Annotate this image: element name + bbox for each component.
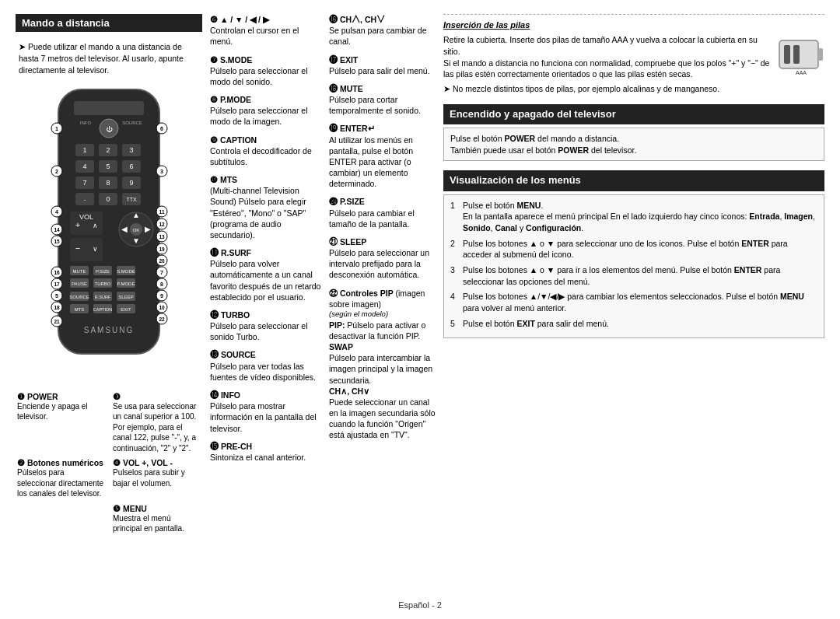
mid-item-8: ❽ P.MODE Púlselo para seleccionar el mod… xyxy=(210,94,323,128)
svg-text:CAPTION: CAPTION xyxy=(93,307,112,312)
battery-arrow-icon: ➤ xyxy=(443,84,450,93)
svg-text:VOL: VOL xyxy=(79,213,93,221)
mid-item-12: ⓬ TURBO Púlselo para seleccionar el soni… xyxy=(210,310,323,343)
svg-rect-1 xyxy=(74,101,144,115)
mid16-label: ⓰ CH∧, CH∨ xyxy=(329,14,438,25)
menu-section-content: 1 Pulse el botón MENU.En la pantalla apa… xyxy=(443,194,824,339)
mid2-item-19: ⓳ ENTER↵ Al utilizar los menús en pantal… xyxy=(329,123,438,189)
battery-note-area: ➤ No mezcle distintos tipos de pilas, po… xyxy=(443,83,824,95)
viz-text-2: Pulse los botones ▲ o ▼ para seleccionar… xyxy=(463,238,817,261)
svg-text:8: 8 xyxy=(106,179,110,187)
mid-item-10: ❿ MTS (Multi-channel Television Sound) P… xyxy=(210,174,323,240)
svg-text:16: 16 xyxy=(54,270,60,275)
power-line1: Pulse el botón POWER del mando a distanc… xyxy=(450,133,817,145)
viz-text-5: Pulse el botón EXIT para salir del menú. xyxy=(463,318,609,330)
mid12-label: ⓬ TURBO xyxy=(210,310,323,320)
vol-text: Pulselos para subir y bajar el volumen. xyxy=(113,467,201,488)
viz-item-3: 3 Pulse los botones ▲ o ▼ para ir a los … xyxy=(450,264,817,287)
svg-text:3: 3 xyxy=(160,169,163,174)
svg-text:INFO: INFO xyxy=(80,121,92,125)
svg-text:▼: ▼ xyxy=(132,236,140,245)
svg-text:▶: ▶ xyxy=(145,225,151,233)
viz-item-4: 4 Pulse los botones ▲/▼/◀/▶ para cambiar… xyxy=(450,291,817,313)
svg-text:−: − xyxy=(75,243,80,253)
svg-text:5: 5 xyxy=(106,163,110,170)
svg-text:10: 10 xyxy=(159,305,165,310)
section-title-remote: Mando a distancia xyxy=(16,14,202,32)
arrow-icon: ➤ xyxy=(19,42,26,51)
mid2-item-21: ㉑ SLEEP Púlselo para seleccionar un inte… xyxy=(329,236,438,281)
middle-left-column: ❻ ▲ / ▼ / ◀ / ▶ Controlan el cursor en e… xyxy=(210,14,323,596)
svg-text:PAUSE: PAUSE xyxy=(72,282,87,286)
mid8-label: ❽ P.MODE xyxy=(210,94,323,105)
mid15-text: Sintoniza el canal anterior. xyxy=(210,452,323,463)
power-text: Enciende y apaga el televisor. xyxy=(17,401,105,422)
svg-text:6: 6 xyxy=(160,126,163,131)
below-item-3: ❸ Se usa para seleccionar un canal super… xyxy=(113,392,201,454)
svg-text:1: 1 xyxy=(55,126,58,131)
page: Mando a distancia ➤ Puede utilizar el ma… xyxy=(0,0,840,619)
svg-text:22: 22 xyxy=(159,316,165,322)
main-content: Mando a distancia ➤ Puede utilizar el ma… xyxy=(16,14,824,596)
svg-text:OK: OK xyxy=(133,228,140,233)
battery-note: No mezcle distintos tipos de pilas, por … xyxy=(453,84,719,93)
svg-text:7: 7 xyxy=(82,179,86,187)
mid14-label: ⓮ INFO xyxy=(210,390,323,400)
svg-text:R.SURF: R.SURF xyxy=(95,295,111,299)
battery-text: Retire la cubierta. Inserte dos pilas de… xyxy=(443,34,772,80)
mid2-item-18: ⓲ MUTE Púlselo para cortar temporalmente… xyxy=(329,83,438,117)
insertion-section: Inserción de las pilas Retire la cubiert… xyxy=(443,14,824,95)
mid17-text: Púlselo para salir del menú. xyxy=(329,65,438,76)
below-item-power: ❶ POWER Enciende y apaga el televisor. xyxy=(17,392,105,454)
mid11-text: Púlselo para volver automáticamente a un… xyxy=(210,258,323,303)
svg-text:TURBO: TURBO xyxy=(95,282,111,286)
below-item-vol: ❹ VOL +, VOL - Pulselos para subir y baj… xyxy=(113,458,201,499)
mid13-label: ⓭ SOURCE xyxy=(210,349,323,360)
mid22-text: PIP: Púlselo para activar o desactivar l… xyxy=(329,320,438,441)
viz-num-3: 3 xyxy=(450,264,458,287)
power-bold2: POWER xyxy=(558,145,589,155)
vol-label: ❹ VOL +, VOL - xyxy=(113,458,201,467)
battery-image: AAA xyxy=(778,34,824,80)
mid19-label: ⓳ ENTER↵ xyxy=(329,123,438,134)
svg-text:8: 8 xyxy=(160,282,163,287)
power-section-wrapper: Encendido y apagado del televisor Pulse … xyxy=(443,101,824,162)
intro-text: ➤ Puede utilizar el mando a una distanci… xyxy=(16,41,202,76)
viz-item-5: 5 Pulse el botón EXIT para salir del men… xyxy=(450,318,817,330)
svg-text:S.MODE: S.MODE xyxy=(117,269,135,274)
menu-section-title: Visualización de los menús xyxy=(443,170,824,191)
insertion-title: Inserción de las pilas xyxy=(443,19,824,31)
numeric-label: ❷ Botones numéricos xyxy=(17,458,105,467)
svg-text:MTS: MTS xyxy=(75,307,85,312)
mid10-text: (Multi-channel Television Sound) Púlselo… xyxy=(210,185,323,240)
svg-text:4: 4 xyxy=(55,209,58,215)
viz-num-1: 1 xyxy=(450,200,458,234)
svg-text:3: 3 xyxy=(129,146,133,154)
mid-item-9: ❾ CAPTION Controla el decodificador de s… xyxy=(210,135,323,168)
footer-text: Español - 2 xyxy=(398,600,442,610)
mid9-label: ❾ CAPTION xyxy=(210,135,323,145)
svg-text:∧: ∧ xyxy=(93,222,98,229)
svg-text:15: 15 xyxy=(54,239,60,244)
mid8-text: Púlselo para seleccionar el modo de la i… xyxy=(210,105,323,127)
mid21-label: ㉑ SLEEP xyxy=(329,236,438,247)
svg-rect-115 xyxy=(784,45,790,64)
mid18-text: Púlselo para cortar temporalmente el son… xyxy=(329,94,438,116)
svg-rect-116 xyxy=(793,45,800,64)
right-column: Inserción de las pilas Retire la cubiert… xyxy=(443,14,824,596)
power-bold1: POWER xyxy=(504,134,535,143)
item3-num: ❸ xyxy=(113,392,201,401)
svg-text:+: + xyxy=(75,220,80,229)
footer-bar: Español - 2 xyxy=(16,596,824,611)
mid22-sublabel: (según el modelo) xyxy=(329,310,438,320)
intro-paragraph: Puede utilizar el mando a una distancia … xyxy=(19,42,184,75)
svg-text:∨: ∨ xyxy=(93,245,98,253)
svg-text:0: 0 xyxy=(106,195,110,203)
svg-text:20: 20 xyxy=(159,258,165,264)
battery-para1: Retire la cubierta. Inserte dos pilas de… xyxy=(443,35,758,56)
svg-text:18: 18 xyxy=(54,305,60,310)
svg-text:MUTE: MUTE xyxy=(73,269,86,274)
svg-text:⏻: ⏻ xyxy=(106,126,113,133)
viz-list: 1 Pulse el botón MENU.En la pantalla apa… xyxy=(450,200,817,330)
svg-text:21: 21 xyxy=(54,319,60,324)
